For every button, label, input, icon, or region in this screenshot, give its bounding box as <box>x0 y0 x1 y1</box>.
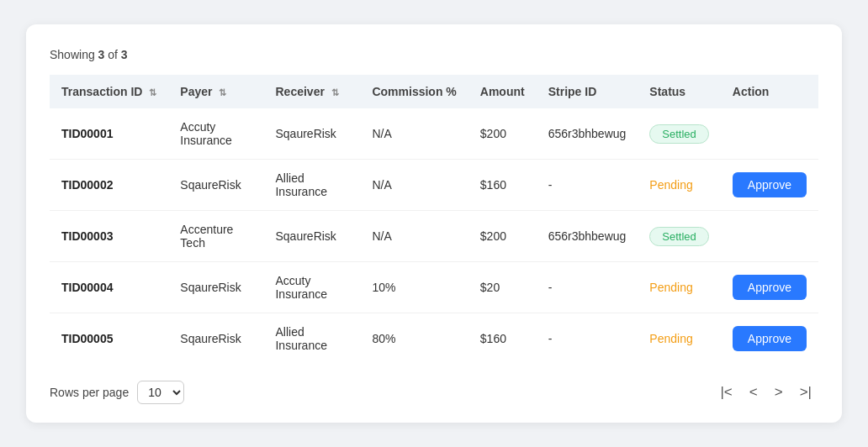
cell-payer: Accuty Insurance <box>168 108 263 160</box>
cell-stripe-id: - <box>537 313 638 365</box>
showing-prefix: Showing <box>50 48 98 61</box>
col-status: Status <box>638 75 720 108</box>
cell-receiver: Accuty Insurance <box>263 262 360 313</box>
status-badge-pending: Pending <box>649 178 692 192</box>
cell-payer: SqaureRisk <box>168 262 263 313</box>
approve-button[interactable]: Approve <box>733 172 807 197</box>
cell-stripe-id: 656r3bhbewug <box>537 108 638 160</box>
showing-summary: Showing 3 of 3 <box>50 48 818 61</box>
first-page-button[interactable]: |< <box>713 379 738 406</box>
approve-button[interactable]: Approve <box>733 275 807 300</box>
cell-receiver: Allied Insurance <box>263 313 360 365</box>
table-row: TID00002SqaureRiskAllied InsuranceN/A$16… <box>50 160 818 211</box>
cell-commission: N/A <box>360 211 468 262</box>
col-receiver: Receiver ⇅ <box>263 75 360 108</box>
main-card: Showing 3 of 3 Transaction ID ⇅ Payer ⇅ … <box>26 24 842 423</box>
cell-commission: N/A <box>360 108 468 160</box>
col-action: Action <box>721 75 818 108</box>
cell-status: Settled <box>638 108 720 160</box>
col-payer: Payer ⇅ <box>168 75 263 108</box>
rows-per-page-select[interactable]: 10 5 25 50 <box>137 381 184 404</box>
col-tid: Transaction ID ⇅ <box>50 75 168 108</box>
cell-stripe-id: - <box>537 262 638 313</box>
next-page-button[interactable]: > <box>768 379 790 406</box>
col-amount: Amount <box>468 75 537 108</box>
table-header: Transaction ID ⇅ Payer ⇅ Receiver ⇅ Comm… <box>50 75 818 108</box>
sort-icon-payer: ⇅ <box>219 87 226 98</box>
rows-per-page-label: Rows per page <box>50 386 129 399</box>
cell-action: Approve <box>721 313 818 365</box>
cell-payer: Accenture Tech <box>168 211 263 262</box>
pagination-row: Rows per page 10 5 25 50 |< < > >| <box>50 379 818 406</box>
cell-amount: $160 <box>468 160 537 211</box>
transactions-table: Transaction ID ⇅ Payer ⇅ Receiver ⇅ Comm… <box>50 75 818 364</box>
cell-amount: $200 <box>468 211 537 262</box>
status-badge-settled: Settled <box>649 124 708 144</box>
pagination-buttons: |< < > >| <box>713 379 818 406</box>
table-row: TID00001Accuty InsuranceSqaureRiskN/A$20… <box>50 108 818 160</box>
cell-receiver: Allied Insurance <box>263 160 360 211</box>
cell-status: Settled <box>638 211 720 262</box>
cell-tid: TID00005 <box>50 313 168 365</box>
cell-commission: 80% <box>360 313 468 365</box>
cell-stripe-id: 656r3bhbewug <box>537 211 638 262</box>
cell-payer: SqaureRisk <box>168 160 263 211</box>
sort-icon-tid: ⇅ <box>149 87 156 98</box>
rows-per-page-section: Rows per page 10 5 25 50 <box>50 381 184 404</box>
table-row: TID00004SqaureRiskAccuty Insurance10%$20… <box>50 262 818 313</box>
cell-status: Pending <box>638 160 720 211</box>
cell-status: Pending <box>638 313 720 365</box>
cell-stripe-id: - <box>537 160 638 211</box>
cell-receiver: SqaureRisk <box>263 108 360 160</box>
status-badge-pending: Pending <box>649 281 692 294</box>
col-stripe-id: Stripe ID <box>537 75 638 108</box>
cell-payer: SqaureRisk <box>168 313 263 365</box>
cell-action: Approve <box>721 262 818 313</box>
status-badge-settled: Settled <box>649 227 708 246</box>
showing-total: 3 <box>121 48 128 61</box>
cell-action <box>721 108 818 160</box>
table-body: TID00001Accuty InsuranceSqaureRiskN/A$20… <box>50 108 818 364</box>
cell-tid: TID00004 <box>50 262 168 313</box>
showing-of: of <box>104 48 120 61</box>
cell-tid: TID00002 <box>50 160 168 211</box>
cell-tid: TID00003 <box>50 211 168 262</box>
cell-amount: $20 <box>468 262 537 313</box>
status-badge-pending: Pending <box>649 332 692 345</box>
cell-status: Pending <box>638 262 720 313</box>
sort-icon-receiver: ⇅ <box>331 87 339 98</box>
cell-receiver: SqaureRisk <box>263 211 360 262</box>
cell-tid: TID00001 <box>50 108 168 160</box>
approve-button[interactable]: Approve <box>733 326 807 351</box>
col-commission: Commission % <box>360 75 468 108</box>
prev-page-button[interactable]: < <box>743 379 765 406</box>
cell-amount: $200 <box>468 108 537 160</box>
cell-amount: $160 <box>468 313 537 365</box>
cell-commission: N/A <box>360 160 468 211</box>
cell-action <box>721 211 818 262</box>
cell-commission: 10% <box>360 262 468 313</box>
last-page-button[interactable]: >| <box>793 379 818 406</box>
cell-action: Approve <box>721 160 818 211</box>
table-row: TID00003Accenture TechSqaureRiskN/A$2006… <box>50 211 818 262</box>
table-row: TID00005SqaureRiskAllied Insurance80%$16… <box>50 313 818 365</box>
